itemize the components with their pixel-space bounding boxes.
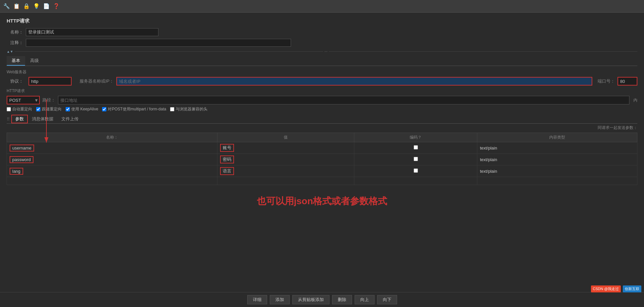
main-content: HTTP请求 名称： 注释： ▲▼ ··· 基本 高级 Web服务器 协议： 服… (0, 13, 644, 216)
drag-handle-icon[interactable]: ⠿ (7, 117, 10, 122)
up-button[interactable]: 向上 (355, 295, 375, 304)
browser-headers-label: 与浏览器兼容的头 (176, 106, 207, 112)
value-content-3: 语言 (220, 167, 234, 175)
name-value-1: username (10, 145, 34, 152)
port-label: 端口号： (598, 78, 615, 84)
encoded-check-3[interactable] (414, 168, 418, 173)
value-content-1: 账号 (220, 144, 234, 152)
value-cell-2: 密码 (217, 154, 354, 165)
col-header-value: 值 (217, 133, 354, 142)
name-value-2: password (10, 156, 33, 163)
method-select[interactable]: POST GET PUT DELETE PATCH (7, 96, 40, 104)
name-row: 名称： (7, 28, 637, 36)
web-server-label: Web服务器 (7, 69, 637, 75)
tab-body[interactable]: 消息体数据 (28, 115, 57, 123)
content-type-cell-2: text/plain (477, 154, 637, 165)
csdn-watermark: CSDN @我走过 (591, 285, 621, 292)
brand-watermark: 创新互联 (623, 285, 641, 292)
keepalive-checkbox[interactable]: 使用 KeepAlive (66, 106, 98, 112)
tab-file[interactable]: 文件上传 (57, 115, 83, 123)
annotation-text: 也可以用json格式或者参数格式 (7, 185, 637, 211)
page-title: HTTP请求 (7, 18, 637, 24)
protocol-label: 协议： (7, 78, 23, 84)
value-content-2: 密码 (220, 155, 234, 163)
table-header-row: 名称： 值 编码？ 内容类型 (7, 133, 637, 142)
toolbar-icon-5[interactable]: 📄 (42, 2, 50, 10)
toolbar: 🔧 📋 🔒 💡 📄 ❓ (0, 0, 644, 13)
down-button[interactable]: 向下 (377, 295, 397, 304)
path-input[interactable] (58, 96, 629, 104)
toolbar-icon-6[interactable]: ❓ (52, 2, 60, 10)
encoded-cell-1 (354, 142, 477, 154)
divider-line-2 (329, 51, 637, 52)
toolbar-icon-2[interactable]: 📋 (13, 2, 21, 10)
auto-redirect-checkbox[interactable]: 自动重定向 (7, 106, 32, 112)
content-type-cell-1: text/plain (477, 142, 637, 154)
protocol-input[interactable] (29, 77, 72, 86)
name-label: 名称： (7, 29, 23, 35)
params-table: 名称： 值 编码？ 内容类型 username 账号 (7, 133, 637, 185)
http-request-label: HTTP请求 (7, 88, 637, 94)
server-config-row: 协议： 服务器名称或IP： 端口号： (7, 77, 637, 86)
col-header-encoded: 编码？ (354, 133, 477, 142)
multipart-input[interactable] (102, 107, 106, 111)
value-cell-1: 账号 (217, 142, 354, 154)
encoded-check-2[interactable] (414, 157, 418, 161)
port-input[interactable] (617, 77, 637, 86)
tab-basic[interactable]: 基本 (7, 56, 25, 66)
http-request-row: POST GET PUT DELETE PATCH ▼ 路径： 内 (7, 96, 637, 104)
browser-headers-input[interactable] (170, 107, 174, 111)
name-input[interactable] (26, 28, 158, 36)
content-type-cell-3: text/plain (477, 165, 637, 177)
toolbar-icon-3[interactable]: 🔒 (23, 2, 30, 10)
divider-arrow-icon: ▲▼ (7, 50, 13, 53)
table-wrapper: 名称： 值 编码？ 内容类型 username 账号 (7, 133, 637, 185)
follow-redirect-label: 跟随重定向 (42, 106, 62, 112)
params-tabs: ⠿ 参数 消息体数据 文件上传 (7, 115, 637, 124)
name-cell-3: lang (7, 165, 217, 177)
name-cell-2: password (7, 154, 217, 165)
encoded-cell-2 (354, 154, 477, 165)
keepalive-label: 使用 KeepAlive (71, 106, 98, 112)
browser-headers-checkbox[interactable]: 与浏览器兼容的头 (170, 106, 207, 112)
delete-button[interactable]: 删除 (332, 295, 352, 304)
keepalive-input[interactable] (66, 107, 70, 111)
toolbar-icon-4[interactable]: 💡 (32, 2, 40, 10)
comment-row: 注释： (7, 39, 637, 47)
divider-row: ▲▼ ··· (7, 49, 637, 53)
follow-redirect-checkbox[interactable]: 跟随重定向 (36, 106, 62, 112)
auto-redirect-label: 自动重定向 (12, 106, 32, 112)
name-value-3: lang (10, 168, 23, 175)
path-label: 路径： (42, 97, 55, 103)
multipart-checkbox[interactable]: 对POST使用multipart / form-data (102, 106, 166, 112)
detail-button[interactable]: 详细 (247, 295, 267, 304)
add-button[interactable]: 添加 (270, 295, 290, 304)
tab-params[interactable]: 参数 (11, 115, 28, 123)
value-cell-3: 语言 (217, 165, 354, 177)
paste-add-button[interactable]: 从剪贴板添加 (292, 295, 329, 304)
comment-label: 注释： (7, 40, 23, 46)
table-row: lang 语言 text/plain (7, 165, 637, 177)
divider-line (15, 51, 323, 52)
inner-label: 内 (632, 97, 637, 103)
encoded-check-1[interactable] (414, 145, 418, 150)
server-label: 服务器名称或IP： (80, 78, 114, 84)
main-tabs: 基本 高级 (7, 56, 637, 66)
auto-redirect-input[interactable] (7, 107, 11, 111)
table-row-empty (7, 177, 637, 185)
divider-dots: ··· (324, 49, 327, 53)
params-instruction: 同请求一起发送参数： (7, 124, 637, 132)
table-row: username 账号 text/plain (7, 142, 637, 154)
server-input[interactable] (116, 77, 592, 86)
col-header-content-type: 内容类型 (477, 133, 637, 142)
tab-advanced[interactable]: 高级 (25, 56, 44, 66)
name-cell-1: username (7, 142, 217, 154)
comment-input[interactable] (26, 39, 291, 47)
follow-redirect-input[interactable] (36, 107, 40, 111)
encoded-cell-3 (354, 165, 477, 177)
table-row: password 密码 text/plain (7, 154, 637, 165)
toolbar-icon-1[interactable]: 🔧 (3, 2, 11, 10)
col-header-name: 名称： (7, 133, 217, 142)
checkboxes-row: 自动重定向 跟随重定向 使用 KeepAlive 对POST使用multipar… (7, 106, 637, 112)
method-wrapper: POST GET PUT DELETE PATCH ▼ (7, 96, 40, 104)
